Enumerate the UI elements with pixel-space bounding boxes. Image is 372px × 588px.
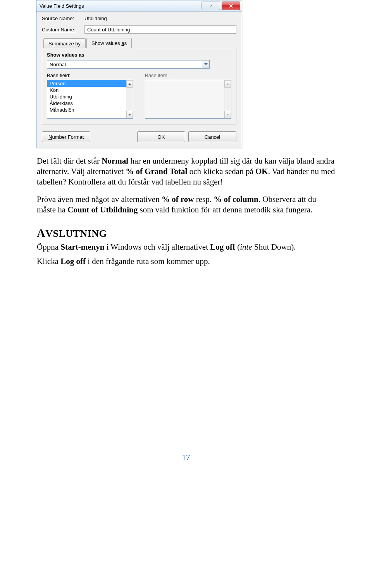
tab-summarize-by[interactable]: Summarize by: [43, 38, 86, 48]
custom-name-label: Custom Name:: [42, 27, 84, 33]
show-values-as-combo[interactable]: Normal: [47, 60, 210, 69]
scroll-up-icon: [224, 80, 231, 88]
dialog-titlebar: Value Field Settings ?: [36, 0, 242, 12]
list-item[interactable]: Utbildning: [47, 93, 133, 100]
section-heading: AVSLUTNING: [37, 226, 335, 240]
list-item[interactable]: Kön: [47, 87, 133, 93]
combo-value: Normal: [47, 62, 202, 67]
close-button[interactable]: [222, 2, 240, 10]
ok-button[interactable]: OK: [137, 131, 185, 142]
list-item[interactable]: Ålderklass: [47, 100, 133, 107]
dialog-title: Value Field Settings: [40, 3, 202, 9]
chevron-down-icon[interactable]: [202, 60, 209, 68]
scroll-up-icon[interactable]: [126, 80, 133, 88]
cancel-button[interactable]: Cancel: [188, 131, 236, 142]
page-number: 17: [37, 453, 335, 462]
paragraph: Det fält där det står Normal har en unde…: [37, 156, 335, 187]
list-item[interactable]: Person: [47, 80, 133, 87]
base-field-list[interactable]: Person Kön Utbildning Ålderklass Månadsl…: [47, 80, 133, 119]
list-item[interactable]: Månadslön: [47, 107, 133, 113]
paragraph: Öppna Start-menyn i Windows och välj alt…: [37, 242, 335, 252]
tab-show-values-as[interactable]: Show values as: [86, 38, 132, 48]
base-item-label: Base item:: [145, 72, 231, 78]
scrollbar: [224, 80, 231, 118]
dialog-screenshot: Value Field Settings ? Source Name: Utbi…: [36, 0, 335, 148]
custom-name-input[interactable]: [84, 25, 236, 34]
tabs: Summarize by Show values as: [42, 38, 236, 48]
show-values-as-label: Show values as: [47, 52, 231, 58]
source-name-value: Utbildning: [84, 16, 107, 21]
svg-text:?: ?: [210, 3, 212, 8]
scrollbar[interactable]: [126, 80, 133, 118]
scroll-down-icon[interactable]: [126, 111, 133, 118]
scroll-down-icon: [224, 111, 231, 118]
base-item-list: [145, 80, 231, 119]
paragraph: Klicka Log off i den frågande ruta som k…: [37, 256, 335, 267]
source-name-label: Source Name:: [42, 16, 84, 21]
help-button[interactable]: ?: [202, 2, 220, 10]
tab-panel: Show values as Normal Base field: Person: [42, 48, 236, 124]
base-field-label: Base field:: [47, 72, 133, 78]
number-format-button[interactable]: Number Format: [42, 131, 90, 142]
paragraph: Pröva även med något av alternativen % o…: [37, 194, 335, 215]
